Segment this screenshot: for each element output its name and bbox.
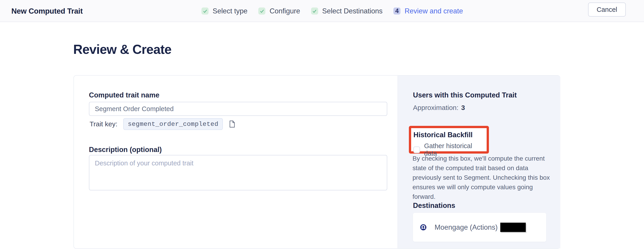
step-label: Select Destinations bbox=[322, 7, 382, 15]
wizard-stepper: Select type Configure Select Destination… bbox=[202, 0, 463, 22]
backfill-description-text: By checking this box, we'll compute the … bbox=[412, 154, 551, 202]
step-number-badge: 4 bbox=[394, 7, 400, 14]
computed-trait-name-label: Computed trait name bbox=[89, 91, 160, 99]
destination-row[interactable]: Ω Moengage (Actions) bbox=[413, 213, 546, 242]
check-icon bbox=[311, 7, 318, 14]
historical-backfill-highlight-box: Historical Backfill Gather historical da… bbox=[409, 126, 489, 154]
summary-panel: Users with this Computed Trait Approxima… bbox=[398, 76, 560, 248]
step-select-destinations[interactable]: Select Destinations bbox=[311, 7, 382, 15]
approximation-row: Approximation: 3 bbox=[413, 104, 465, 112]
destination-name: Moengage (Actions) bbox=[434, 223, 498, 232]
approximation-label: Approximation: bbox=[413, 104, 458, 112]
users-with-trait-heading: Users with this Computed Trait bbox=[413, 91, 517, 99]
historical-backfill-heading: Historical Backfill bbox=[414, 131, 487, 139]
description-label: Description (optional) bbox=[89, 146, 162, 154]
step-review-and-create[interactable]: 4 Review and create bbox=[394, 7, 463, 15]
step-configure[interactable]: Configure bbox=[258, 7, 300, 15]
cancel-button[interactable]: Cancel bbox=[588, 2, 626, 16]
copy-document-icon[interactable] bbox=[229, 120, 235, 128]
step-label: Configure bbox=[270, 7, 300, 15]
step-label: Review and create bbox=[404, 7, 463, 15]
step-select-type[interactable]: Select type bbox=[202, 7, 248, 15]
trait-key-value-chip: segment_order_completed bbox=[123, 118, 223, 130]
page-title: Review & Create bbox=[73, 42, 172, 57]
header-bar: New Computed Trait Select type Configure… bbox=[0, 0, 644, 22]
check-icon bbox=[202, 7, 208, 14]
gather-historical-data-checkbox[interactable] bbox=[414, 147, 420, 153]
moengage-logo-icon: Ω bbox=[420, 224, 426, 230]
destinations-heading: Destinations bbox=[413, 202, 455, 210]
description-textarea[interactable] bbox=[89, 155, 387, 190]
check-icon bbox=[258, 7, 266, 14]
approximation-value: 3 bbox=[461, 104, 465, 112]
review-card: Computed trait name Trait key: segment_o… bbox=[74, 75, 560, 249]
computed-trait-name-input[interactable] bbox=[89, 102, 387, 116]
trait-key-label: Trait key: bbox=[90, 120, 117, 128]
window-title: New Computed Trait bbox=[11, 0, 83, 22]
step-label: Select type bbox=[212, 7, 248, 15]
trait-key-row: Trait key: segment_order_completed bbox=[90, 118, 235, 130]
redacted-text-block bbox=[500, 223, 526, 232]
